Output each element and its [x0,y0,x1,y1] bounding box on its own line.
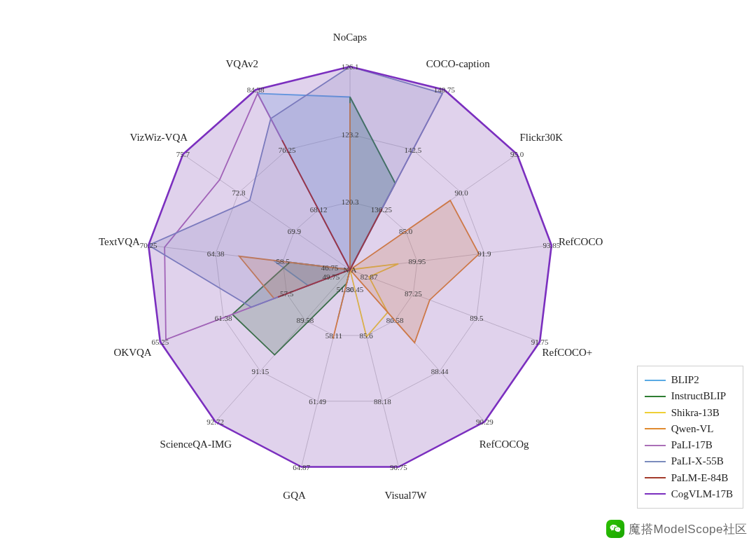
tick-extra-OKVQA: 49.75 [323,272,340,281]
legend-swatch [645,445,666,446]
tick-OKVQA-0: 57.5 [280,289,293,298]
axis-NoCaps: NoCaps [333,32,367,43]
tick-extra-GQA: 51.36 [337,285,354,294]
axis-COCO-caption: COCO-caption [426,58,490,70]
axis-ScienceQA-IMG: ScienceQA-IMG [160,438,232,450]
legend-row-PaLI-X-55B: PaLI-X-55B [645,453,733,469]
tick-GQA-2: 64.87 [293,463,310,471]
tick-COCO-caption-2: 148.75 [434,85,455,94]
axis-GQA: GQA [283,490,306,502]
tick-NoCaps-0: 120.3 [342,198,359,206]
tick-Visual7W-1: 88.18 [374,397,391,406]
tick-VQAv2-2: 84.38 [247,85,265,94]
axis-OKVQA: OKVQA [113,346,151,358]
tick-VizWiz-VQA-0: 69.9 [288,227,301,235]
footer-text: 魔搭ModelScope社区 [629,521,748,537]
wechat-icon [606,520,624,538]
legend-row-InstructBLIP: InstructBLIP [645,388,733,404]
tick-ScienceQA-IMG-0: 89.58 [297,316,314,324]
tick-TextVQA-0: 58.5 [276,257,289,265]
axis-RefCOCO: RefCOCO [559,235,603,247]
tick-VQAv2-1: 76.25 [279,146,296,154]
legend-swatch [645,428,666,429]
tick-extra-RefCOCO+: 82.87 [360,272,378,281]
tick-RefCOCO-1: 91.9 [477,249,491,258]
tick-TextVQA-2: 70.25 [140,241,158,249]
svg-point-20 [619,529,620,530]
tick-RefCOCO+-1: 89.5 [470,314,483,322]
legend-row-PaLM-E-84B: PaLM-E-84B [645,470,733,486]
legend-swatch [645,477,666,478]
legend-swatch [645,493,666,495]
tick-RefCOCOg-0: 86.58 [386,316,404,324]
axis-VQAv2: VQAv2 [226,58,258,70]
axis-RefCOCO+: RefCOCO+ [542,346,593,358]
tick-COCO-caption-0: 136.25 [371,205,392,214]
tick-OKVQA-2: 65.25 [151,338,169,346]
legend-swatch [645,380,666,381]
legend-label: PaLI-17B [671,437,713,453]
legend-row-Qwen-VL: Qwen-VL [645,421,733,437]
legend-row-BLIP2: BLIP2 [645,372,733,388]
legend-row-CogVLM-17B: CogVLM-17B [645,486,733,502]
tick-RefCOCO+-2: 91.75 [531,338,549,346]
tick-NoCaps-1: 123.2 [342,130,359,139]
axis-TextVQA: TextVQA [99,235,140,247]
svg-point-19 [617,529,617,530]
axis-RefCOCOg: RefCOCOg [479,438,529,450]
legend-label: PaLI-X-55B [671,453,724,469]
svg-point-18 [615,527,615,527]
tick-Visual7W-2: 90.75 [390,463,407,471]
tick-VizWiz-VQA-1: 72.8 [232,188,245,197]
legend-label: Qwen-VL [671,421,714,437]
tick-RefCOCOg-2: 90.29 [476,418,493,426]
legend-swatch [645,396,666,397]
tick-RefCOCO-2: 93.85 [543,241,561,249]
legend-row-PaLI-17B: PaLI-17B [645,437,733,453]
legend: BLIP2InstructBLIPShikra-13BQwen-VLPaLI-1… [637,366,743,509]
axis-Visual7W: Visual7W [384,490,426,502]
tick-extra-TextVQA: 46.75 [321,263,339,272]
tick-Flickr30K-0: 85.0 [399,227,412,235]
tick-Flickr30K-1: 90.0 [454,188,468,197]
tick-RefCOCOg-1: 88.44 [431,367,449,375]
tick-GQA-1: 61.49 [309,397,326,406]
legend-label: Shikra-13B [671,405,720,421]
tick-COCO-caption-1: 142.5 [404,146,421,154]
legend-label: BLIP2 [671,372,699,388]
tick-RefCOCO+-0: 87.25 [405,289,422,298]
tick-NoCaps-2: 126.1 [342,62,359,71]
legend-row-Shikra-13B: Shikra-13B [645,405,733,421]
axis-Flickr30K: Flickr30K [519,132,563,144]
tick-ScienceQA-IMG-1: 91.15 [251,367,269,375]
legend-label: InstructBLIP [671,388,726,404]
svg-point-17 [612,527,613,527]
tick-RefCOCO-0: 89.95 [409,257,426,265]
tick-VQAv2-0: 68.12 [310,205,328,214]
axis-VizWiz-VQA: VizWiz-VQA [130,132,188,144]
tick-Flickr30K-2: 95.0 [510,150,524,158]
center-label: N/A [344,265,357,274]
legend-label: PaLM-E-84B [671,470,729,486]
radar-chart: NoCaps120.3123.2126.1COCO-caption136.251… [0,0,756,545]
legend-swatch [645,461,666,462]
tick-OKVQA-1: 61.38 [215,314,232,322]
tick-TextVQA-1: 64.38 [207,249,225,258]
tick-Visual7W-0: 85.6 [360,331,373,340]
tick-GQA-0: 58.11 [326,331,342,340]
footer-attribution: 魔搭ModelScope社区 [606,520,748,538]
tick-ScienceQA-IMG-2: 92.72 [206,418,224,426]
legend-label: CogVLM-17B [671,486,733,502]
tick-VizWiz-VQA-2: 75.7 [176,150,190,158]
legend-swatch [645,412,666,413]
